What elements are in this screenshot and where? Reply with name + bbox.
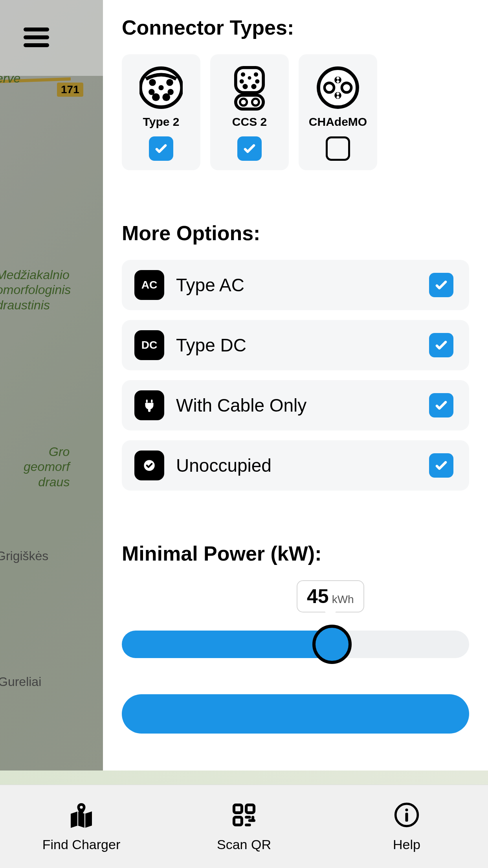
type2-connector-icon: [139, 66, 183, 109]
option-with-cable[interactable]: With Cable Only: [122, 380, 469, 430]
checkbox-checked[interactable]: [149, 136, 173, 161]
connector-label: CCS 2: [232, 115, 267, 129]
svg-point-10: [254, 72, 258, 76]
svg-point-33: [405, 809, 408, 811]
svg-point-14: [242, 84, 248, 89]
plug-icon: [134, 390, 164, 420]
svg-point-12: [240, 79, 244, 83]
slider-thumb[interactable]: [312, 625, 352, 664]
svg-point-28: [80, 806, 83, 809]
options-list: AC Type AC DC Type DC With Cable: [122, 260, 469, 491]
nav-label: Find Charger: [42, 837, 120, 852]
svg-rect-24: [146, 399, 148, 403]
nav-label: Scan QR: [217, 837, 271, 852]
filter-panel: Connector Types: Type 2: [103, 0, 488, 771]
svg-point-6: [152, 93, 160, 101]
option-label: Type DC: [176, 335, 429, 356]
connector-label: Type 2: [143, 115, 180, 129]
option-unoccupied[interactable]: Unoccupied: [122, 440, 469, 491]
check-circle-icon: [134, 451, 164, 480]
power-unit: kWh: [332, 593, 354, 606]
nav-find-charger[interactable]: Find Charger: [0, 785, 163, 868]
svg-point-3: [158, 85, 163, 90]
dc-icon: DC: [134, 330, 164, 360]
nav-help[interactable]: Help: [325, 785, 488, 868]
svg-point-7: [162, 93, 170, 101]
connector-type2[interactable]: Type 2: [122, 54, 200, 170]
power-slider[interactable]: 45 kWh: [122, 580, 469, 667]
info-icon: [393, 801, 421, 829]
power-value: 45: [307, 585, 329, 608]
connector-types-title: Connector Types:: [122, 16, 469, 39]
svg-point-15: [251, 84, 256, 89]
checkbox-checked[interactable]: [429, 453, 453, 478]
connector-chademo[interactable]: CHAdeMO: [299, 54, 377, 170]
checkbox-unchecked[interactable]: [326, 136, 350, 161]
checkbox-checked[interactable]: [429, 273, 453, 297]
svg-rect-29: [234, 805, 242, 813]
checkbox-checked[interactable]: [237, 136, 262, 161]
option-label: With Cable Only: [176, 395, 429, 416]
nav-scan-qr[interactable]: Scan QR: [163, 785, 325, 868]
checkbox-checked[interactable]: [429, 393, 453, 417]
option-type-dc[interactable]: DC Type DC: [122, 320, 469, 370]
svg-point-2: [166, 79, 173, 86]
checkbox-checked[interactable]: [429, 333, 453, 357]
qr-icon: [230, 801, 258, 829]
bottom-nav: Find Charger Scan QR Help: [0, 785, 488, 868]
ac-icon: AC: [134, 270, 164, 300]
svg-rect-34: [405, 813, 408, 822]
svg-point-1: [149, 79, 156, 86]
option-type-ac[interactable]: AC Type AC: [122, 260, 469, 310]
connectors-row: Type 2: [122, 54, 469, 170]
overlay-dim[interactable]: [0, 0, 104, 771]
map-pin-icon: [67, 801, 95, 829]
hamburger-icon[interactable]: [24, 28, 49, 47]
connector-ccs2[interactable]: CCS 2: [210, 54, 289, 170]
svg-rect-30: [246, 805, 254, 813]
svg-point-11: [248, 76, 251, 79]
option-label: Type AC: [176, 274, 429, 296]
svg-point-9: [241, 72, 245, 76]
nav-label: Help: [393, 837, 420, 852]
slider-fill: [122, 631, 340, 658]
svg-point-13: [255, 79, 259, 83]
connector-label: CHAdeMO: [309, 115, 367, 129]
svg-rect-25: [151, 399, 152, 403]
minimal-power-title: Minimal Power (kW):: [122, 542, 469, 565]
chademo-connector-icon: [316, 66, 360, 109]
slider-tooltip: 45 kWh: [297, 580, 364, 612]
svg-rect-26: [148, 408, 150, 412]
more-options-title: More Options:: [122, 221, 469, 245]
option-label: Unoccupied: [176, 455, 429, 476]
ccs2-connector-icon: [228, 66, 271, 109]
svg-rect-31: [234, 817, 242, 825]
apply-button[interactable]: [122, 694, 469, 734]
svg-rect-8: [236, 67, 263, 92]
